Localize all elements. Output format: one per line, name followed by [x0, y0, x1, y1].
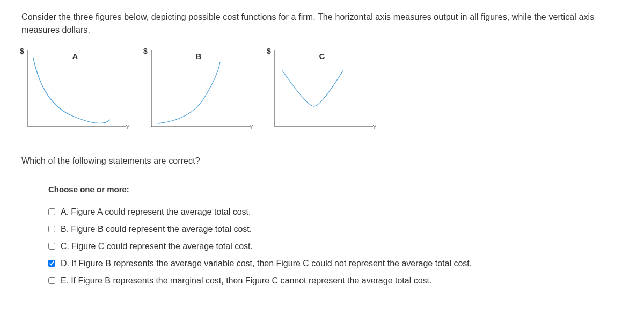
option-letter: D. — [61, 259, 69, 268]
question-text: Which of the following statements are co… — [21, 155, 623, 168]
option-text: Figure A could represent the average tot… — [71, 207, 251, 216]
figure-a: $ A Y — [21, 47, 129, 133]
axis-x-label: Y — [126, 122, 130, 132]
choice-prompt: Choose one or more: — [48, 184, 623, 196]
axis-y-label: $ — [20, 46, 24, 57]
axis-y-label: $ — [143, 46, 148, 57]
figure-c-title: C — [319, 50, 325, 63]
option-text: Figure B could represent the average tot… — [71, 224, 252, 234]
figure-b: $ B Y — [145, 47, 252, 133]
option-text: If Figure B represents the marginal cost… — [71, 276, 431, 285]
figure-b-title: B — [196, 50, 202, 63]
option-letter: E. — [61, 276, 69, 285]
option-d: D.If Figure B represents the average var… — [48, 257, 623, 270]
figure-c: $ C Y — [268, 47, 376, 133]
option-d-checkbox[interactable] — [48, 260, 55, 267]
option-text: If Figure B represents the average varia… — [71, 259, 472, 268]
answer-choices: Choose one or more: A.Figure A could rep… — [48, 184, 623, 287]
option-e: E.If Figure B represents the marginal co… — [48, 274, 623, 287]
option-letter: B. — [61, 224, 69, 234]
option-c-checkbox[interactable] — [48, 243, 55, 250]
axis-y-label: $ — [267, 46, 271, 57]
option-a: A.Figure A could represent the average t… — [48, 206, 623, 219]
figures-row: $ A Y $ B Y $ C Y — [21, 47, 623, 133]
option-letter: C. — [61, 242, 69, 251]
option-b-checkbox[interactable] — [48, 226, 55, 232]
axis-x-label: Y — [372, 122, 377, 132]
option-a-checkbox[interactable] — [48, 208, 55, 215]
option-text: Figure C could represent the average tot… — [71, 242, 253, 251]
axis-x-label: Y — [249, 122, 253, 132]
option-e-checkbox[interactable] — [48, 277, 55, 284]
option-b: B.Figure B could represent the average t… — [48, 223, 623, 236]
option-letter: A. — [61, 207, 69, 216]
option-c: C.Figure C could represent the average t… — [48, 240, 623, 253]
question-intro: Consider the three figures below, depict… — [21, 11, 623, 37]
figure-a-title: A — [72, 50, 78, 63]
